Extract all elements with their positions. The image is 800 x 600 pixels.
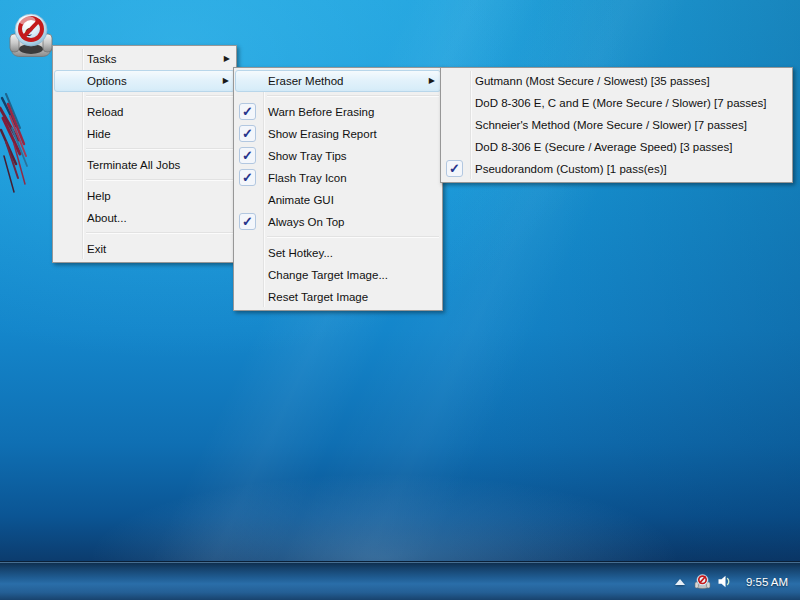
- menu-separator: [86, 95, 233, 97]
- checkmark-icon: ✓: [239, 125, 256, 142]
- eraser-tray-icon[interactable]: [691, 569, 713, 595]
- eraser-tray-icon-glyph: [694, 573, 711, 590]
- menu-item-pseudorandom[interactable]: ✓ Pseudorandom (Custom) [1 pass(es)]: [442, 158, 791, 180]
- menu-item-hide[interactable]: Hide: [54, 123, 235, 145]
- menu-item-show-tray-tips[interactable]: ✓ Show Tray Tips: [235, 145, 441, 167]
- menu-item-label: Tasks: [87, 48, 116, 70]
- eraser-method-submenu: Gutmann (Most Secure / Slowest) [35 pass…: [440, 67, 793, 183]
- menu-item-dod-ece[interactable]: DoD 8-306 E, C and E (More Secure / Slow…: [442, 92, 791, 114]
- menu-item-reset-target-image[interactable]: Reset Target Image: [235, 286, 441, 308]
- options-submenu: Eraser Method ▶ ✓ Warn Before Erasing ✓ …: [233, 67, 443, 311]
- menu-item-about[interactable]: About...: [54, 207, 235, 229]
- chevron-up-icon: [675, 579, 685, 585]
- menu-item-show-erasing-report[interactable]: ✓ Show Erasing Report: [235, 123, 441, 145]
- menu-item-dod-e[interactable]: DoD 8-306 E (Secure / Average Speed) [3 …: [442, 136, 791, 158]
- menu-item-eraser-method[interactable]: Eraser Method ▶: [235, 70, 441, 92]
- menu-item-flash-tray-icon[interactable]: ✓ Flash Tray Icon: [235, 167, 441, 189]
- menu-item-options[interactable]: Options ▶: [54, 70, 235, 92]
- menu-item-label: Gutmann (Most Secure / Slowest) [35 pass…: [475, 70, 710, 92]
- eraser-app-icon[interactable]: e: [8, 9, 54, 59]
- menu-item-label: DoD 8-306 E (Secure / Average Speed) [3 …: [475, 136, 732, 158]
- wallpaper-paint-streaks: [0, 92, 32, 207]
- tray-context-menu: Tasks ▶ Options ▶ Reload Hide Terminate …: [52, 45, 237, 263]
- menu-item-label: Exit: [87, 238, 106, 260]
- menu-item-label: Show Tray Tips: [268, 145, 347, 167]
- menu-separator: [86, 179, 233, 181]
- menu-item-animate-gui[interactable]: Animate GUI: [235, 189, 441, 211]
- menu-item-terminate-all-jobs[interactable]: Terminate All Jobs: [54, 154, 235, 176]
- submenu-arrow-icon: ▶: [429, 77, 435, 85]
- menu-item-label: About...: [87, 207, 127, 229]
- speaker-icon-glyph: [717, 574, 732, 589]
- menu-item-set-hotkey[interactable]: Set Hotkey...: [235, 242, 441, 264]
- menu-item-label: Change Target Image...: [268, 264, 388, 286]
- menu-item-tasks[interactable]: Tasks ▶: [54, 48, 235, 70]
- menu-item-label: Schneier's Method (More Secure / Slower)…: [475, 114, 747, 136]
- submenu-arrow-icon: ▶: [224, 55, 230, 63]
- menu-item-label: Always On Top: [268, 211, 345, 233]
- menu-item-exit[interactable]: Exit: [54, 238, 235, 260]
- menu-item-gutmann[interactable]: Gutmann (Most Secure / Slowest) [35 pass…: [442, 70, 791, 92]
- menu-item-reload[interactable]: Reload: [54, 101, 235, 123]
- menu-item-label: Animate GUI: [268, 189, 334, 211]
- checkmark-icon: ✓: [239, 213, 256, 230]
- menu-item-label: Flash Tray Icon: [268, 167, 347, 189]
- volume-icon[interactable]: [713, 569, 735, 595]
- menu-item-help[interactable]: Help: [54, 185, 235, 207]
- menu-item-label: DoD 8-306 E, C and E (More Secure / Slow…: [475, 92, 766, 114]
- menu-item-label: Reset Target Image: [268, 286, 368, 308]
- menu-item-label: Options: [87, 71, 127, 91]
- menu-item-label: Warn Before Erasing: [268, 101, 374, 123]
- menu-item-warn-before-erasing[interactable]: ✓ Warn Before Erasing: [235, 101, 441, 123]
- menu-item-label: Set Hotkey...: [268, 242, 333, 264]
- menu-item-label: Terminate All Jobs: [87, 154, 180, 176]
- menu-item-label: Help: [87, 185, 111, 207]
- menu-separator: [267, 236, 439, 238]
- menu-item-label: Eraser Method: [268, 71, 343, 91]
- submenu-arrow-icon: ▶: [223, 77, 229, 85]
- taskbar-clock[interactable]: 9:55 AM: [737, 576, 797, 588]
- checkmark-icon: ✓: [239, 147, 256, 164]
- menu-item-change-target-image[interactable]: Change Target Image...: [235, 264, 441, 286]
- menu-separator: [86, 232, 233, 234]
- menu-item-label: Reload: [87, 101, 123, 123]
- taskbar: 9:55 AM: [0, 561, 800, 600]
- menu-item-always-on-top[interactable]: ✓ Always On Top: [235, 211, 441, 233]
- system-tray: 9:55 AM: [669, 562, 797, 600]
- show-hidden-icons-button[interactable]: [669, 569, 691, 595]
- menu-separator: [86, 148, 233, 150]
- menu-item-label: Pseudorandom (Custom) [1 pass(es)]: [475, 158, 667, 180]
- menu-item-label: Show Erasing Report: [268, 123, 377, 145]
- checkmark-icon: ✓: [239, 169, 256, 186]
- menu-separator: [267, 95, 439, 97]
- menu-item-label: Hide: [87, 123, 111, 145]
- checkmark-icon: ✓: [239, 103, 256, 120]
- menu-item-schneiers-method[interactable]: Schneier's Method (More Secure / Slower)…: [442, 114, 791, 136]
- checkmark-icon: ✓: [446, 160, 463, 177]
